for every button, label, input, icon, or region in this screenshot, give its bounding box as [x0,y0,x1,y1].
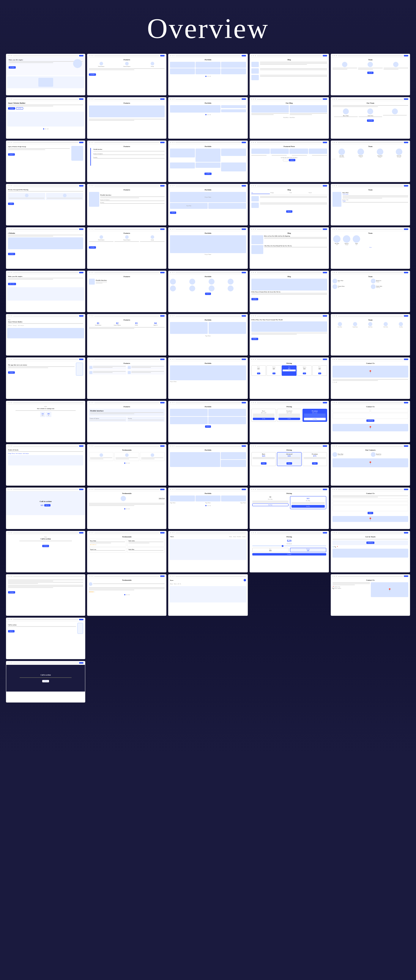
portfolio-card-11: Portfolio Page Name Page Name Page Name [168,487,247,529]
hero-card-2: Smart Website Builder Get Started Learn … [6,97,85,139]
features-card-6: Features Flexible Interface [87,270,166,312]
contact-card-3: Our Contacts Bruce Hunt Rachel Joe [331,444,410,486]
column-4: Blog [250,54,329,703]
portfolio-card-9: Portfolio View All [168,401,247,442]
page-title: Overview [0,12,416,45]
portfolio-card-7: Portfolio Page Name [168,314,247,356]
main-grid: Make your life simpler Get Started Smart… [0,54,416,703]
featured-posts-card: Featured Posts Get the best stories into… [250,140,329,182]
team-card-1: Team View All [331,54,410,95]
cta-card-2: Ryan Call to action Get Started [6,531,85,573]
pricing-card-3: Pricing Basic $25 Choose Advanced $45 Ch… [250,444,329,486]
contact-card-2: Contact Us Send Message [331,401,410,442]
features-card-5: Features Flexible Interface Features & O… [87,227,166,269]
portfolio-card-2: Portfolio [168,97,247,139]
column-2: Features Flexible Interface Features & O… [87,54,166,703]
team-card-5: Team Bruce Hunt CEO Rachel Joe Designer [331,227,410,269]
hero-card-6: Make your life simpler Call to Action [6,270,85,312]
mini-nav-1 [6,54,85,57]
blog-card-1: Blog [250,54,329,95]
testimonials-card-3: Testimonials Bruce Hunt ★★★★★ Noble Adel… [87,531,166,573]
cta-card-4: Call to action Start Free [6,617,85,659]
pricing-card-4: Pricing $0 Free Plan Get Free $15 Pro Pl… [250,487,329,529]
column-1: Make your life simpler Get Started Smart… [6,54,85,703]
portfolio-card-3: Portfolio Load More [168,140,247,182]
features-card-4: Features Flexible Interface Features & O… [87,184,166,226]
blog-card-6: 10 Best Place For Your Travel Around The… [250,314,329,356]
blog-card-2: Our Blog Read More Read More [250,97,329,139]
portfolio-card-6: Portfolio View All [168,270,247,312]
reflection [0,703,416,762]
cta-card-5: Call to action Get Started [6,661,85,703]
portfolio-card-10: Portfolio [168,444,247,486]
column-3: Portfolio Portfolio [168,54,247,703]
features-card-3: Features Flexible Interface Features & O… [87,140,166,182]
testimonials-card-1: Testimonials [87,444,166,486]
hero-card-9: Ryan Our website is coming soon 12 Days … [6,401,85,442]
contact-card-5: Get In Touch Send Message 📧📞📍 [331,531,410,573]
cta-card-3: Get Started [6,574,85,616]
team-card-2: Our Team Bruce Hunt Adela Noris [331,97,410,139]
pricing-card-5: Pricing $29 Per Month Basic $24 Premium [250,531,329,573]
hero-card-5: t Website Get Started [6,227,85,269]
hero-card-10: Trades & Stocks Design Theory Soft Analy… [6,444,85,486]
hero-card-7: Ryan Smart Website Builder Website Strat… [6,314,85,356]
portfolio-card-4: Portfolio Project Name Project Name View… [168,184,247,226]
blog-card-3: Blog All Design Tech Travel [250,184,329,226]
hero-card-4: Private, Encrypted File Sharing Try Free [6,184,85,226]
features-card-8: Features [87,357,166,399]
pricing-card-2: Pricing Basic $00 to $29 Get Plan Standa… [250,401,329,442]
portfolio-card-1: Portfolio [168,54,247,95]
portfolio-card-5: Portfolio Project Name [168,227,247,269]
mini-nav-2 [6,97,85,101]
testimonials-card-2: Testimonials Adela Noris [87,487,166,529]
portfolio-footer-2: Ryan Home · Work · A B · K [168,574,247,616]
contact-card-6: Contact Us 📍 Address line 📞 Phone number [331,574,410,616]
features-card-7: Features 01Flexible Interface 02Features… [87,314,166,356]
pricing-card-1: Pricing Basic $25 Get Starter $25 Get Pr… [250,357,329,399]
blog-card-4: Blog Believe in Your First Skills And St… [250,227,329,269]
team-card-6: Team Bruce Hunt CEO Rachel Joe Design [331,270,410,312]
hero-card-3: Agency & Business Design Strategy Contac… [6,140,85,182]
portfolio-card-8: Portfolio Project Name [168,357,247,399]
team-card-4: Team Bruce Hunt CEO & Founder Rocket Jun… [331,184,410,226]
hero-card-8: The app that saves you money Download [6,357,85,399]
features-card-2: Features [87,97,166,139]
page-wrapper: Overview Make your life simpler Get Star… [0,0,416,762]
team-card-7: Team Bruce Hunt Tommy Burns Rachel Jane … [331,314,410,356]
hero-card-1: Make your life simpler Get Started [6,54,85,95]
cta-card-1: Call to action $25 Buy Now [6,487,85,529]
team-card-3: Team Bruce Hunt Tommy Burns Rocket June … [331,140,410,182]
portfolio-footer-1: Ryan HomeAboutPortfolioContact [168,531,247,573]
features-card-1: Features Flexible Interface Features & O… [87,54,166,95]
features-card-9: Features Flexible Interface Features & O… [87,401,166,442]
contact-card-1: Contact Us ftin@ [331,357,410,399]
column-5: Team View All Our Team Bruce [331,54,410,703]
blog-card-5: Blog 10 Best Ways to Promote Before the … [250,270,329,312]
contact-card-4: Contact Us Submit [331,487,410,529]
header: Overview [0,0,416,54]
testimonials-card-4: Testimonials ★★★★★ [87,574,166,616]
